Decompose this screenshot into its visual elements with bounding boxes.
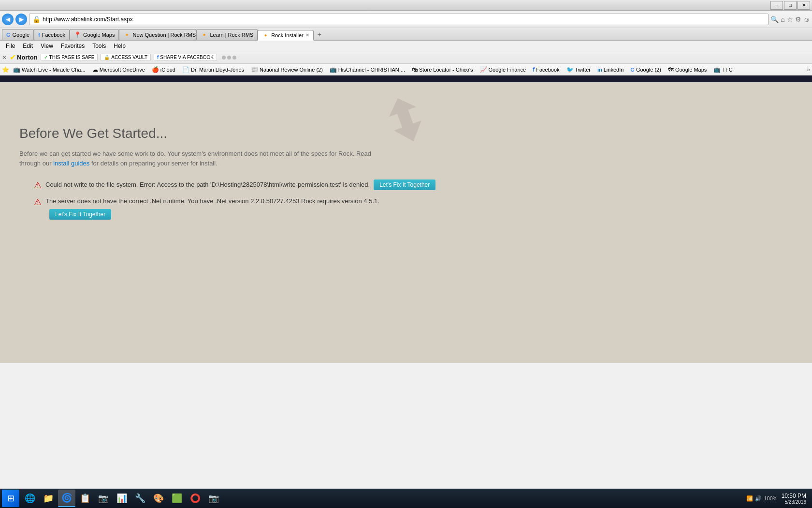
tab-learnrock[interactable]: 🔸 Learn | Rock RMS [196,29,258,40]
favorites-star-button[interactable]: ☆ [787,15,793,23]
maximize-button[interactable]: □ [784,1,797,10]
bookmark-chicos-label: Store Locator - Chico's [419,67,473,73]
error-2-message: The server does not have the correct .Ne… [45,196,379,206]
settings-button[interactable]: ⚙ [795,15,801,23]
main-content: Before We Get Started... Before we can g… [0,82,812,363]
taskbar-greenshot[interactable]: 🟩 [168,490,186,507]
menu-help[interactable]: Help [110,42,130,50]
rock-favicon-3: 🔸 [262,32,269,39]
bookmark-googlefinance-label: Google Finance [489,67,526,73]
tab-googlemaps[interactable]: 📍 Google Maps [70,29,119,40]
emoji-button[interactable]: ☺ [803,15,810,23]
share-label: SHARE VIA FACEBOOK [160,55,214,60]
bookmark-linkedin[interactable]: in LinkedIn [594,66,626,74]
taskbar-ie[interactable]: 🌐 [21,490,39,507]
tab-facebook[interactable]: f Facebook [34,29,70,40]
clock-date: 5/23/2016 [782,499,806,505]
forward-button[interactable]: ▶ [15,14,27,25]
menu-edit[interactable]: Edit [19,42,37,50]
bookmark-twitter[interactable]: 🐦 Twitter [564,65,594,74]
back-button[interactable]: ◀ [2,14,14,25]
tfc-bm-icon: 📺 [713,66,721,73]
norton-safe-label: THIS PAGE IS SAFE [49,55,95,60]
new-tab-button[interactable]: + [314,29,325,40]
bookmark-icloud[interactable]: 🍎 iCloud [149,65,178,74]
menu-file[interactable]: File [2,42,19,50]
norton-close-button[interactable]: ✕ [2,54,7,61]
clock: 10:50 PM 5/23/2016 [782,493,806,505]
onedrive-icon: ☁ [92,66,98,73]
fix-button-1[interactable]: Let's Fix It Together [374,179,435,190]
bookmark-nationalreview[interactable]: 📰 National Review Online (2) [248,65,326,74]
home-button[interactable]: ⌂ [781,15,784,23]
taskbar-photos[interactable]: 📷 [95,490,112,507]
error-1-row: Could not write to the file system. Erro… [45,179,435,190]
linkedin-bm-icon: in [597,67,602,73]
bookmark-facebook[interactable]: f Facebook [530,65,562,74]
close-button[interactable]: ✕ [798,1,810,10]
googlemaps-bm-icon: 🗺 [668,66,674,73]
bookmarks-more-button[interactable]: » [807,66,810,73]
bookmark-google2[interactable]: G Google (2) [627,66,664,74]
bookmark-watch-live[interactable]: 📺 Watch Live - Miracle Cha... [10,65,88,74]
bookmark-icloud-label: iCloud [160,67,175,73]
hischannel-icon: 📺 [330,66,337,73]
norton-bar: ✕ ✔ Norton ✓ THIS PAGE IS SAFE 🔒 ACCESS … [0,51,812,64]
taskbar-tasks[interactable]: 📋 [76,490,94,507]
bookmark-googlefinance[interactable]: 📈 Google Finance [477,65,529,74]
bookmark-tfc[interactable]: 📺 TFC [710,65,735,74]
rock-favicon-1: 🔸 [123,31,130,38]
taskbar-explorer[interactable]: 📁 [40,490,57,507]
menu-view[interactable]: View [37,42,57,50]
warning-icon-1: ⚠ [34,180,42,191]
norton-check-icon: ✔ [10,53,16,62]
vault-label: ACCESS VAULT [111,55,147,60]
error-item-1: ⚠ Could not write to the file system. Er… [34,179,793,191]
dot-3 [232,56,236,60]
bookmark-googlemaps[interactable]: 🗺 Google Maps [665,65,710,74]
address-right-controls: 🔍 ⌂ ☆ ⚙ ☺ [770,15,810,23]
start-button[interactable]: ⊞ [2,490,19,507]
dark-header-band [0,75,812,82]
taskbar-ps[interactable]: 🎨 [150,490,167,507]
intro-after-text: for details on preparing your server for… [91,160,218,167]
error-1-content: Could not write to the file system. Erro… [45,179,435,190]
nationalreview-icon: 📰 [251,66,258,73]
norton-vault-button[interactable]: 🔒 ACCESS VAULT [101,54,151,61]
taskbar-excel[interactable]: 📊 [113,490,130,507]
bookmark-hischannel[interactable]: 📺 HisChannel - CHRISTIAN ... [327,65,408,74]
clock-time: 10:50 PM [782,493,806,499]
address-input[interactable] [43,16,765,23]
safe-check-icon: ✓ [44,55,48,60]
bookmark-chicos[interactable]: 🛍 Store Locator - Chico's [409,65,476,74]
watch-live-icon: 📺 [13,66,20,73]
menu-tools[interactable]: Tools [88,42,110,50]
norton-share-facebook-button[interactable]: f SHARE VIA FACEBOOK [154,54,217,61]
chicos-icon: 🛍 [412,66,418,73]
search-button[interactable]: 🔍 [770,15,779,23]
minimize-button[interactable]: − [770,1,783,10]
window-controls: − □ ✕ [770,1,810,10]
menu-bar: File Edit View Favorites Tools Help [0,41,812,51]
taskbar-tools[interactable]: 🔧 [131,490,149,507]
taskbar-app10[interactable]: ⭕ [187,490,204,507]
bookmark-facebook-label: Facebook [536,67,559,73]
tab-rockinstaller[interactable]: 🔸 Rock Installer ✕ [258,30,314,41]
facebook-favicon: f [38,32,40,38]
menu-favorites[interactable]: Favorites [57,42,88,50]
bookmark-drlloyd[interactable]: 📄 Dr. Martin Lloyd-Jones [179,65,247,74]
bookmark-google2-label: Google (2) [636,67,661,73]
vault-icon: 🔒 [104,55,110,60]
bookmark-onedrive[interactable]: ☁ Microsoft OneDrive [89,65,148,74]
bookmark-twitter-label: Twitter [575,67,591,73]
tab-facebook-label: Facebook [42,32,65,38]
install-guides-link[interactable]: install guides [53,160,89,167]
bookmark-hischannel-label: HisChannel - CHRISTIAN ... [338,67,405,73]
taskbar-camera[interactable]: 📷 [205,490,222,507]
system-tray: 📶 🔊 100% [746,495,777,502]
fix-button-2[interactable]: Let's Fix It Together [49,209,111,220]
tab-close-icon[interactable]: ✕ [305,32,309,38]
tab-newquestion[interactable]: 🔸 New Question | Rock RMS [119,29,196,40]
taskbar-ie2[interactable]: 🌀 [58,490,75,507]
tab-google[interactable]: G Google [2,29,34,40]
